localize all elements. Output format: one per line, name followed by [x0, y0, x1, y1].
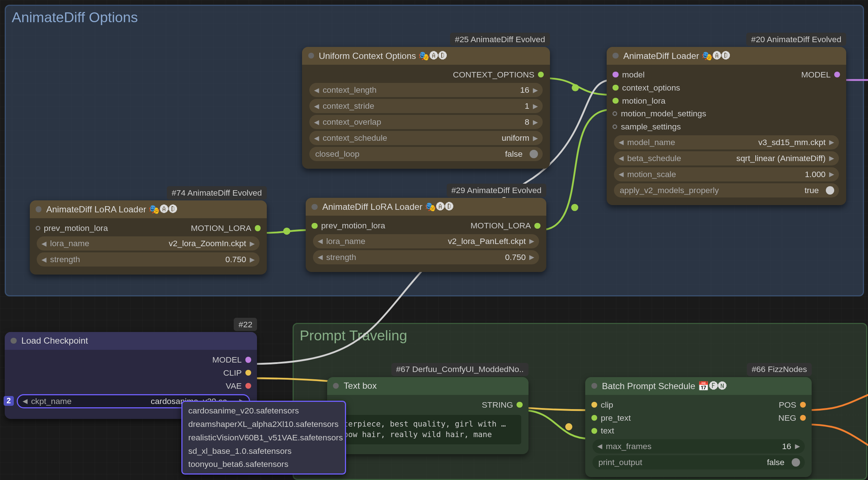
node-header[interactable]: AnimateDiff Loader 🎭🅐🅓: [607, 47, 846, 65]
port-dot-icon[interactable]: [255, 225, 261, 231]
widget-context-overlap[interactable]: ◀ context_overlap 8 ▶: [309, 115, 543, 129]
collapse-icon[interactable]: [612, 53, 618, 59]
widget-max-frames[interactable]: ◀ max_frames 16 ▶: [592, 439, 805, 453]
port-dot-icon[interactable]: [312, 223, 317, 229]
arrow-left-icon[interactable]: ◀: [41, 240, 47, 248]
widget-beta-schedule[interactable]: ◀ beta_schedule sqrt_linear (AnimateDiff…: [614, 151, 839, 165]
output-string: STRING: [482, 400, 513, 410]
collapse-icon[interactable]: [308, 53, 314, 59]
widget-apply-v2[interactable]: apply_v2_models_properly true: [614, 183, 839, 197]
widget-context-schedule[interactable]: ◀ context_schedule uniform ▶: [309, 131, 543, 145]
collapse-icon[interactable]: [333, 383, 339, 389]
node-title: AnimateDiff LoRA Loader 🎭🅐🅓: [46, 204, 177, 215]
node-tag: #20 AnimateDiff Evolved: [746, 33, 846, 46]
port-dot-icon[interactable]: [591, 428, 597, 434]
input-prev-motion-lora: prev_motion_lora: [44, 223, 108, 233]
widget-motion-scale[interactable]: ◀ motion_scale 1.000 ▶: [614, 167, 839, 181]
port-dot-icon[interactable]: [245, 357, 251, 363]
collapse-icon[interactable]: [11, 338, 16, 344]
dropdown-item[interactable]: dreamshaperXL_alpha2Xl10.safetensors: [182, 417, 345, 431]
arrow-left-icon[interactable]: ◀: [597, 442, 602, 450]
node-uniform-context-options[interactable]: #25 AnimateDiff Evolved Uniform Context …: [302, 47, 550, 169]
widget-print-output[interactable]: print_output false: [592, 455, 805, 469]
collapse-icon[interactable]: [312, 204, 317, 210]
port-dot-icon[interactable]: [517, 402, 522, 408]
port-dot-icon[interactable]: [534, 223, 540, 229]
arrow-left-icon[interactable]: ◀: [318, 253, 323, 261]
widget-model-name[interactable]: ◀ model_name v3_sd15_mm.ckpt ▶: [614, 135, 839, 149]
collapse-icon[interactable]: [36, 206, 41, 212]
port-dot-icon[interactable]: [245, 370, 251, 376]
node-animatediff-loader[interactable]: #20 AnimateDiff Evolved AnimateDiff Load…: [607, 47, 846, 205]
port-dot-icon[interactable]: [36, 226, 40, 231]
input-pre-text: pre_text: [601, 413, 631, 423]
arrow-right-icon[interactable]: ▶: [829, 170, 834, 178]
input-text: text: [601, 426, 614, 436]
toggle-knob-icon[interactable]: [792, 458, 800, 467]
arrow-right-icon[interactable]: ▶: [533, 102, 538, 110]
arrow-right-icon[interactable]: ▶: [533, 86, 538, 94]
port-dot-icon[interactable]: [800, 415, 806, 421]
arrow-left-icon[interactable]: ◀: [619, 170, 624, 178]
arrow-right-icon[interactable]: ▶: [829, 138, 834, 146]
port-dot-icon[interactable]: [800, 402, 806, 408]
node-header[interactable]: Text box: [327, 377, 529, 395]
arrow-left-icon[interactable]: ◀: [318, 237, 323, 245]
node-header[interactable]: Batch Prompt Schedule 📅🅕🅝: [585, 377, 812, 395]
node-header[interactable]: Load Checkpoint: [5, 332, 257, 350]
port-dot-icon[interactable]: [612, 85, 618, 91]
arrow-left-icon[interactable]: ◀: [41, 256, 47, 264]
output-vae: VAE: [226, 381, 242, 391]
arrow-right-icon[interactable]: ▶: [533, 134, 538, 142]
arrow-left-icon[interactable]: ◀: [314, 118, 319, 126]
output-motion-lora: MOTION_LORA: [470, 221, 531, 231]
dropdown-item[interactable]: cardosanime_v20.safetensors: [182, 404, 345, 417]
dropdown-item[interactable]: realisticVisionV60B1_v51VAE.safetensors: [182, 431, 345, 444]
widget-closed-loop[interactable]: closed_loop false: [309, 147, 543, 161]
toggle-knob-icon[interactable]: [826, 186, 834, 195]
node-batch-prompt-schedule[interactable]: #66 FizzNodes Batch Prompt Schedule 📅🅕🅝 …: [585, 377, 812, 477]
port-dot-icon[interactable]: [245, 383, 251, 389]
node-lora-loader-74[interactable]: #74 AnimateDiff Evolved AnimateDiff LoRA…: [30, 200, 267, 275]
port-dot-icon[interactable]: [591, 415, 597, 421]
arrow-right-icon[interactable]: ▶: [795, 442, 800, 450]
widget-context-length[interactable]: ◀ context_length 16 ▶: [309, 83, 543, 97]
node-lora-loader-29[interactable]: #29 AnimateDiff Evolved AnimateDiff LoRA…: [306, 198, 546, 272]
node-header[interactable]: AnimateDiff LoRA Loader 🎭🅐🅓: [30, 200, 267, 218]
ckpt-dropdown[interactable]: cardosanime_v20.safetensors dreamshaperX…: [181, 401, 346, 475]
collapse-icon[interactable]: [591, 383, 597, 389]
arrow-left-icon[interactable]: ◀: [314, 134, 319, 142]
arrow-left-icon[interactable]: ◀: [314, 86, 319, 94]
widget-strength[interactable]: ◀ strength 0.750 ▶: [313, 250, 539, 264]
arrow-right-icon[interactable]: ▶: [533, 118, 538, 126]
widget-lora-name[interactable]: ◀ lora_name v2_lora_ZoomIn.ckpt ▶: [37, 236, 260, 251]
widget-lora-name[interactable]: ◀ lora_name v2_lora_PanLeft.ckpt ▶: [313, 234, 539, 248]
arrow-left-icon[interactable]: ◀: [619, 138, 624, 146]
port-dot-icon[interactable]: [538, 72, 544, 77]
arrow-right-icon[interactable]: ▶: [529, 237, 534, 245]
arrow-left-icon[interactable]: ◀: [314, 102, 319, 110]
arrow-right-icon[interactable]: ▶: [250, 240, 255, 248]
widget-context-stride[interactable]: ◀ context_stride 1 ▶: [309, 99, 543, 113]
port-dot-icon[interactable]: [612, 72, 618, 77]
toggle-knob-icon[interactable]: [530, 150, 538, 158]
port-dot-icon[interactable]: [612, 111, 617, 116]
port-dot-icon[interactable]: [834, 72, 840, 77]
port-dot-icon[interactable]: [591, 402, 597, 408]
node-header[interactable]: AnimateDiff LoRA Loader 🎭🅐🅓: [306, 198, 546, 216]
text-input[interactable]: …terpiece, best quality, girl with …nbow…: [334, 415, 521, 445]
port-dot-icon[interactable]: [612, 124, 617, 129]
arrow-right-icon[interactable]: ▶: [250, 256, 255, 264]
arrow-right-icon[interactable]: ▶: [829, 154, 834, 162]
output-model: MODEL: [212, 355, 242, 365]
node-header[interactable]: Uniform Context Options 🎭🅐🅓: [302, 47, 550, 65]
arrow-left-icon[interactable]: ◀: [619, 154, 624, 162]
input-sample-settings: sample_settings: [621, 122, 681, 132]
dropdown-item[interactable]: toonyou_beta6.safetensors: [182, 457, 345, 471]
node-text-box[interactable]: #67 Derfuu_ComfyUI_ModdedNo.. Text box S…: [327, 377, 529, 454]
port-dot-icon[interactable]: [612, 98, 618, 104]
dropdown-item[interactable]: sd_xl_base_1.0.safetensors: [182, 444, 345, 458]
arrow-right-icon[interactable]: ▶: [529, 253, 534, 261]
widget-strength[interactable]: ◀ strength 0.750 ▶: [37, 252, 260, 267]
arrow-left-icon[interactable]: ◀: [23, 397, 28, 405]
